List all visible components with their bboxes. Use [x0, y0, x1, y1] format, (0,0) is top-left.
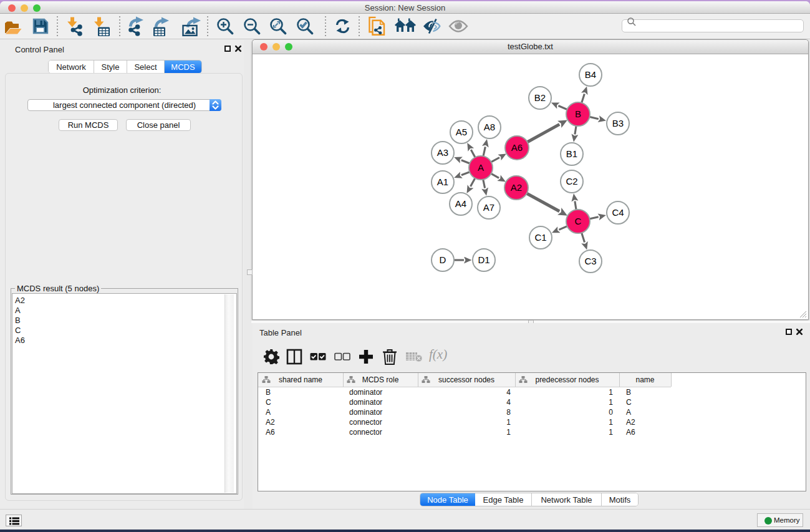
- svg-text:C4: C4: [612, 207, 624, 218]
- svg-text:C: C: [575, 216, 582, 226]
- svg-text:A3: A3: [437, 147, 448, 158]
- svg-text:D1: D1: [478, 254, 489, 265]
- svg-text:A4: A4: [455, 198, 466, 209]
- svg-text:B4: B4: [585, 69, 596, 80]
- svg-text:A8: A8: [484, 122, 495, 132]
- svg-text:A1: A1: [437, 177, 448, 187]
- svg-text:C3: C3: [584, 256, 596, 266]
- svg-text:B1: B1: [566, 148, 577, 159]
- svg-text:A6: A6: [511, 142, 523, 153]
- svg-text:A7: A7: [483, 202, 494, 213]
- svg-text:A2: A2: [511, 182, 522, 193]
- svg-text:A: A: [478, 162, 484, 173]
- svg-text:C2: C2: [566, 176, 577, 186]
- svg-text:B3: B3: [612, 118, 624, 128]
- svg-text:A5: A5: [456, 127, 467, 137]
- svg-text:C1: C1: [534, 232, 546, 243]
- svg-text:B2: B2: [534, 92, 546, 103]
- svg-text:D: D: [440, 254, 446, 265]
- svg-text:B: B: [575, 109, 581, 119]
